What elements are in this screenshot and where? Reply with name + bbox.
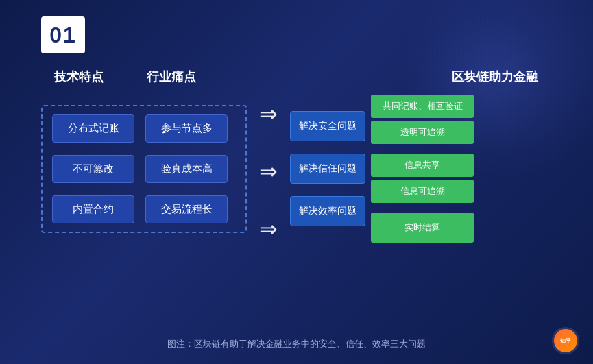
slide-number: 01 [49,23,77,48]
resolve-item-3: 解决效率问题 [290,196,365,226]
pain-tag-3: 交易流程长 [145,195,228,223]
content-area: 分布式记账 参与节点多 不可篡改 验真成本高 内置合约 交易流程长 ⇒ ⇒ ⇒ … [41,95,552,243]
slide-container: 01 技术特点 行业痛点 区块链助力金融 分布式记账 参与节点多 不可篡改 验真… [0,0,593,364]
watermark: 知乎 [552,327,579,354]
row-pair-2: 不可篡改 验真成本高 [52,155,236,183]
resolve-item-1: 解决安全问题 [290,111,365,141]
arrow-1: ⇒ [259,103,278,125]
arrow-container: ⇒ ⇒ ⇒ [259,97,278,240]
solutions-column: 共同记账、相互验证 透明可追溯 信息共享 信息可追溯 实时结算 [371,95,474,243]
solution-tag-2-1: 信息共享 [371,154,474,177]
header-blockchain: 区块链助力金融 [452,69,538,85]
solution-tag-3-1: 实时结算 [371,213,474,243]
arrow-3: ⇒ [259,218,278,240]
tech-tag-2: 不可篡改 [52,155,134,183]
headers-row: 技术特点 行业痛点 区块链助力金融 [41,69,552,85]
dashed-box: 分布式记账 参与节点多 不可篡改 验真成本高 内置合约 交易流程长 [41,105,247,233]
row-pair-3: 内置合约 交易流程长 [52,195,236,223]
arrow-2: ⇒ [259,160,278,182]
watermark-logo: 知乎 [554,329,577,352]
footer-text: 图注：区块链有助于解决金融业务中的安全、信任、效率三大问题 [167,339,426,349]
solution-group-2: 信息共享 信息可追溯 [371,154,474,206]
solution-tag-1-1: 共同记账、相互验证 [371,95,474,118]
footer-note: 图注：区块链有助于解决金融业务中的安全、信任、效率三大问题 [0,338,593,350]
resolve-column: 解决安全问题 解决信任问题 解决效率问题 [290,111,365,226]
solution-tag-2-2: 信息可追溯 [371,180,474,203]
slide-number-badge: 01 [41,16,85,53]
solution-group-1: 共同记账、相互验证 透明可追溯 [371,95,474,147]
header-tech: 技术特点 [41,69,117,85]
solution-group-3: 实时结算 [371,213,474,243]
solution-tag-1-2: 透明可追溯 [371,121,474,144]
pain-tag-2: 验真成本高 [145,155,228,183]
resolve-item-2: 解决信任问题 [290,154,365,184]
row-pair-1: 分布式记账 参与节点多 [52,114,236,143]
header-pain: 行业痛点 [130,69,213,85]
tech-tag-3: 内置合约 [52,195,134,223]
pain-tag-1: 参与节点多 [145,114,228,143]
tech-tag-1: 分布式记账 [52,114,134,143]
